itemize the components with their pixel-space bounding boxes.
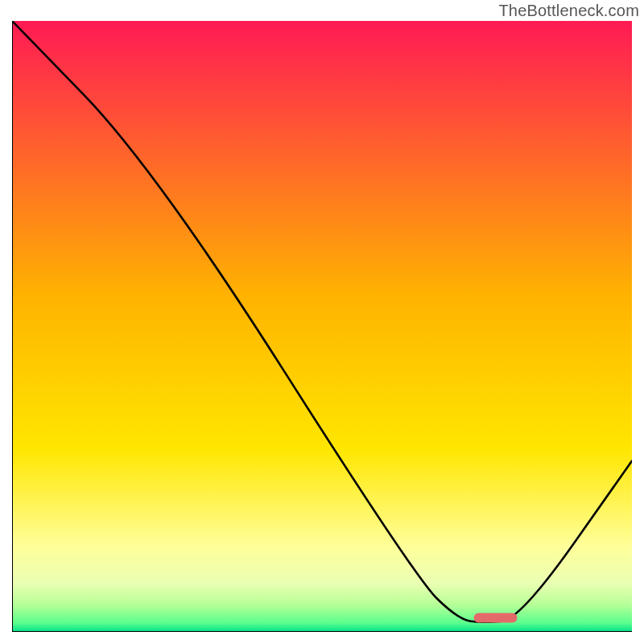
chart-stage: TheBottleneck.com bbox=[0, 0, 644, 644]
chart-plot-area bbox=[12, 21, 632, 632]
chart-svg bbox=[12, 21, 632, 632]
watermark-text: TheBottleneck.com bbox=[498, 2, 639, 20]
optimal-marker bbox=[474, 613, 518, 623]
gradient-background bbox=[12, 21, 632, 632]
